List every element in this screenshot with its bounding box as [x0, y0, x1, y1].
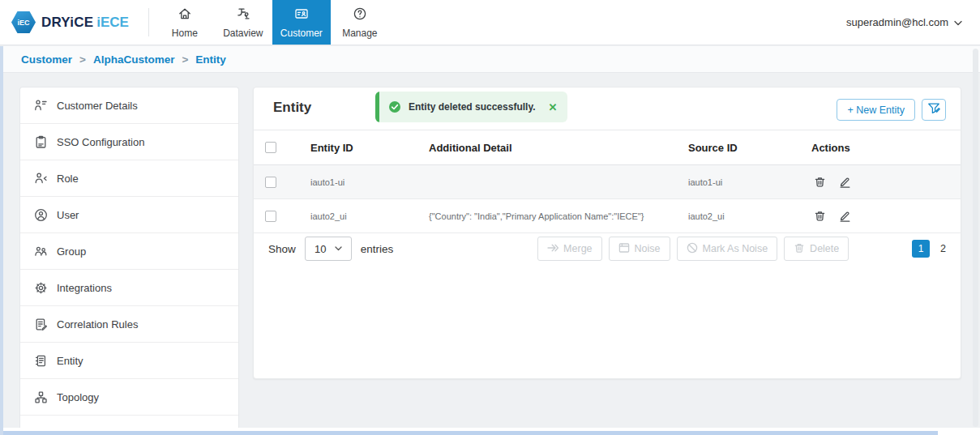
breadcrumb-separator: > [182, 53, 188, 66]
page-size-control: Show 10 entries [268, 237, 393, 261]
column-header-actions: Actions [811, 142, 949, 154]
sidebar-item-label: Correlation Rules [57, 318, 138, 331]
customer-icon [294, 6, 309, 23]
entity-table: Entity ID Additional Detail Source ID Ac… [254, 130, 961, 233]
vertical-scrollbar[interactable] [973, 49, 978, 427]
entity-panel: Entity Entity deleted successfully. ✕ + … [253, 87, 961, 379]
brand-name: DRYiCE [41, 15, 93, 30]
sidebar-item-entity[interactable]: Entity [20, 343, 238, 379]
show-label: Show [268, 243, 296, 255]
nav-tab-label: Manage [342, 28, 377, 39]
sidebar-item-topology[interactable]: Topology [20, 379, 238, 416]
chevron-down-icon [954, 16, 962, 28]
bulk-action-label: Merge [563, 243, 592, 254]
column-header-source-id: Source ID [688, 142, 811, 154]
integrations-icon [34, 281, 48, 295]
cell-additional-detail: {"Country": "India","Primary Application… [429, 211, 688, 221]
noise-button[interactable]: Noise [609, 237, 670, 261]
mark-as-noise-button[interactable]: Mark As Noise [677, 237, 778, 261]
bulk-action-label: Noise [635, 243, 661, 254]
row-checkbox[interactable] [265, 211, 276, 222]
sidebar-item-role[interactable]: Role [20, 160, 238, 197]
nav-tab-home[interactable]: Home [156, 0, 214, 45]
top-bar: iEC DRYiCEiECE Home Dataview Customer Ma… [0, 0, 980, 45]
user-menu[interactable]: superadmin@hcl.com [846, 0, 980, 45]
dataview-icon [236, 6, 250, 23]
app-window: iEC DRYiCEiECE Home Dataview Customer Ma… [0, 0, 980, 435]
mark-as-noise-icon [687, 242, 698, 256]
sidebar-item-label: User [57, 209, 79, 221]
user-email: superadmin@hcl.com [846, 16, 948, 28]
row-checkbox[interactable] [265, 177, 276, 188]
role-icon [34, 172, 48, 186]
toast-close-icon[interactable]: ✕ [549, 102, 558, 113]
page-size-value: 10 [315, 243, 326, 255]
panel-header: Entity Entity deleted successfully. ✕ + … [254, 87, 961, 130]
nav-tab-dataview[interactable]: Dataview [214, 0, 272, 45]
entity-icon [34, 354, 48, 368]
sidebar: Customer Details SSO Configuration Role … [19, 87, 239, 435]
nav-tab-manage[interactable]: Manage [331, 0, 389, 45]
nav-tab-label: Customer [280, 28, 323, 39]
breadcrumb-customer[interactable]: Customer [21, 53, 72, 66]
left-edge-accent [0, 46, 3, 435]
merge-button[interactable]: Merge [537, 237, 601, 261]
breadcrumb-entity: Entity [195, 53, 226, 66]
column-header-additional-detail: Additional Detail [429, 142, 688, 154]
select-all-checkbox[interactable] [265, 142, 276, 153]
page-size-select[interactable]: 10 [305, 237, 352, 261]
manage-icon [353, 6, 367, 23]
pagination-page-1[interactable]: 1 [912, 240, 930, 258]
cell-actions [811, 210, 949, 222]
success-toast: Entity deleted successfully. ✕ [375, 92, 567, 122]
nav-tab-customer[interactable]: Customer [272, 0, 331, 45]
home-icon [178, 6, 192, 23]
noise-icon [618, 242, 630, 256]
sidebar-item-label: SSO Configuration [57, 136, 144, 148]
nav-tab-label: Home [172, 28, 198, 39]
product-name: iECE [96, 15, 129, 30]
delete-button[interactable]: Delete [784, 237, 849, 261]
cell-entity-id: iauto2_ui [310, 211, 429, 221]
success-check-icon [388, 100, 401, 113]
cell-actions [811, 176, 949, 188]
sidebar-item-correlation-rules[interactable]: Correlation Rules [20, 306, 238, 343]
edit-row-icon[interactable] [839, 176, 851, 188]
sidebar-item-sso-configuration[interactable]: SSO Configuration [20, 124, 238, 160]
bulk-action-label: Delete [810, 243, 839, 254]
breadcrumb: Customer > AlphaCustomer > Entity [0, 46, 980, 73]
cell-entity-id: iauto1-ui [310, 177, 429, 187]
bulk-action-label: Mark As Noise [703, 243, 768, 254]
sidebar-item-label: Group [57, 245, 86, 258]
edit-row-icon[interactable] [839, 210, 851, 222]
delete-icon [794, 242, 805, 256]
sidebar-item-label: Integrations [57, 282, 112, 294]
header-divider [148, 8, 149, 36]
correlation-rules-icon [34, 318, 48, 331]
sso-configuration-icon [34, 135, 48, 149]
customer-details-icon [34, 99, 48, 113]
pagination: 1 2 [912, 240, 946, 258]
sidebar-item-group[interactable]: Group [20, 233, 238, 270]
merge-icon [547, 243, 558, 255]
filter-button[interactable] [922, 99, 946, 121]
cell-source-id: iauto2_ui [688, 211, 811, 221]
bulk-actions: Merge Noise Mark As Noise Delete [474, 237, 912, 261]
bottom-accent-strip [0, 431, 938, 435]
new-entity-button[interactable]: + New Entity [837, 99, 915, 121]
pagination-page-2[interactable]: 2 [940, 243, 946, 254]
toast-accent-bar [375, 92, 379, 122]
topology-icon [34, 390, 48, 404]
user-icon [34, 208, 48, 222]
sidebar-item-customer-details[interactable]: Customer Details [20, 87, 238, 124]
delete-row-icon[interactable] [814, 210, 826, 222]
breadcrumb-alphacustomer[interactable]: AlphaCustomer [93, 53, 175, 66]
nav-tab-label: Dataview [223, 28, 263, 39]
sidebar-item-integrations[interactable]: Integrations [20, 270, 238, 306]
sidebar-item-label: Role [57, 173, 79, 185]
page-title: Entity [273, 100, 311, 116]
toast-message: Entity deleted successfully. [409, 101, 536, 113]
delete-row-icon[interactable] [814, 176, 826, 188]
entries-label: entries [361, 243, 394, 255]
sidebar-item-user[interactable]: User [20, 197, 238, 233]
